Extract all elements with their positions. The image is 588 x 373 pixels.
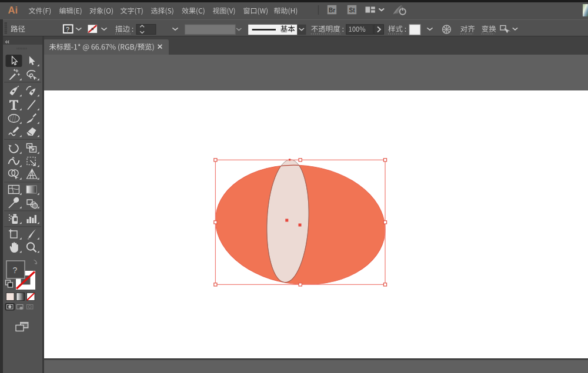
svg-text:Br: Br (329, 7, 335, 14)
svg-text:?: ? (66, 26, 69, 33)
svg-text:?: ? (13, 266, 18, 275)
svg-text:St: St (349, 7, 356, 14)
